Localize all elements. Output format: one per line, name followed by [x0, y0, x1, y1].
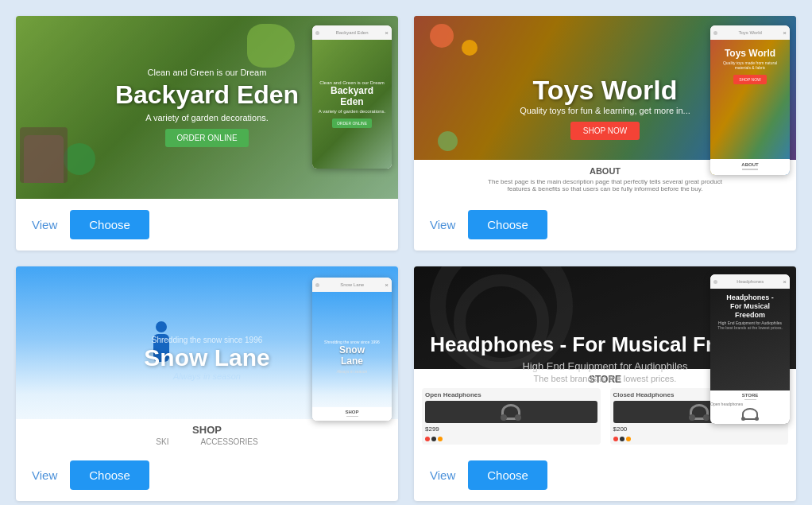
mobile-toys-sub: Quality toys made from naturalmaterials … [723, 60, 777, 70]
mobile-dot-1 [315, 31, 319, 35]
backyard-small-label: Clean and Green is our Dream [115, 68, 299, 77]
snow-mobile-shop: SHOP [315, 410, 389, 414]
mobile-content-headphones: Headphones -For MusicalFreedom High End … [710, 289, 790, 424]
store-cat-open-price: $299 [425, 425, 597, 433]
mobile-content-toys: Toys World Quality toys made from natura… [710, 40, 790, 175]
mobile-url-snow: Snow Lane [322, 282, 382, 287]
mobile-headphones-tag: The best brands at the lowest prices. [717, 325, 783, 330]
snow-mobile-divider [346, 416, 358, 417]
decor-plant-1 [64, 143, 95, 175]
store-cat-open-label: Open Headphones [425, 391, 597, 398]
headphones-view-button[interactable]: View [430, 468, 455, 482]
mobile-backyard-sub: A variety of garden decorations. [319, 109, 385, 114]
mobile-about-section: ABOUT [710, 159, 790, 175]
mobile-content-backyard: Clean and Green is our Dream BackyardEde… [312, 40, 392, 169]
headphones-mobile-preview: Headphones × Headphones -For MusicalFree… [710, 274, 790, 424]
mobile-dot-snow [315, 283, 319, 287]
template-grid: Clean and Green is our Dream Backyard Ed… [16, 16, 796, 501]
snow-actions: View Choose [16, 449, 398, 501]
mobile-backyard-title: BackyardEden [319, 85, 385, 108]
mobile-store-label: STORE [710, 393, 790, 398]
mobile-store-divider [744, 399, 756, 400]
backyard-mobile-preview: Backyard Eden × Clean and Green is our D… [312, 25, 392, 169]
snow-small-text: Shredding the snow since 1996 [144, 336, 269, 344]
toys-mobile-preview: Toys World × Toys World Quality toys mad… [710, 25, 790, 175]
store-cat-open: Open Headphones $299 [422, 388, 601, 445]
snow-shop-categories: SKI ACCESSORIES [156, 437, 257, 446]
mobile-dot-head [713, 280, 717, 284]
headphones-actions: View Choose [414, 449, 796, 501]
mobile-close-snow: × [385, 282, 389, 289]
mobile-backyard-small: Clean and Green is our Dream [319, 80, 385, 85]
snow-cat-accessories: ACCESSORIES [200, 437, 257, 446]
card-headphones: Headphones - For Musical Freedom High En… [414, 266, 796, 501]
mobile-headphones-text: Headphones -For MusicalFreedom High End … [717, 293, 783, 330]
color-dot-orange-2 [626, 437, 631, 441]
mobile-header-backyard: Backyard Eden × [312, 25, 392, 40]
mobile-toys-title: Toys World [723, 48, 777, 59]
toys-cta-button[interactable]: SHOP NOW [570, 122, 640, 140]
mini-cup-r [755, 417, 759, 421]
backyard-choose-button[interactable]: Choose [70, 210, 149, 239]
store-cat-open-colors [425, 437, 597, 441]
headphones-choose-button[interactable]: Choose [468, 460, 547, 490]
snow-text-block: Shredding the snow since 1996 Snow Lane … [144, 336, 269, 381]
mobile-dot-toys [713, 31, 717, 35]
ear-cup-closed-left [689, 414, 695, 421]
color-dot-red-2 [613, 437, 618, 441]
backyard-view-button[interactable]: View [32, 218, 57, 231]
toys-title: Toys World [520, 75, 690, 106]
snow-mobile-preview: Snow Lane × Shredding the snow since 199… [312, 278, 392, 421]
mini-cup-l [741, 417, 745, 421]
toy-circle-3 [438, 131, 458, 151]
card-snow-lane: Shredding the snow since 1996 Snow Lane … [16, 266, 398, 501]
mobile-header-toys: Toys World × [710, 25, 790, 40]
toys-sub: Quality toys for fun & learning, get mor… [520, 106, 690, 115]
decor-bush [247, 24, 295, 68]
store-cat-closed-price: $200 [613, 425, 786, 433]
snow-shop-label: SHOP [192, 424, 222, 436]
mobile-toys-text: Toys World Quality toys made from natura… [721, 43, 779, 89]
mobile-url-bar: Backyard Eden [322, 30, 382, 35]
snow-title: Snow Lane [144, 344, 269, 371]
snow-cat-ski: SKI [156, 437, 168, 446]
backyard-text-block: Clean and Green is our Dream Backyard Ed… [115, 68, 299, 147]
card-preview-toys: Toys World Quality toys for fun & learni… [414, 16, 796, 199]
snow-choose-button[interactable]: Choose [70, 460, 149, 490]
card-backyard-eden: Clean and Green is our Dream Backyard Ed… [16, 16, 398, 251]
snow-tagline: Always in season [144, 371, 269, 381]
toys-actions: View Choose [414, 199, 796, 251]
color-dot-black [431, 437, 436, 441]
snow-mobile-title: SnowLane [312, 344, 392, 367]
mobile-about-label: ABOUT [710, 162, 790, 167]
card-toys-world: Toys World Quality toys for fun & learni… [414, 16, 796, 251]
card-preview-backyard: Clean and Green is our Dream Backyard Ed… [16, 16, 398, 199]
mobile-backyard-cta[interactable]: ORDER ONLINE [332, 118, 372, 128]
backyard-actions: View Choose [16, 199, 398, 251]
snow-view-button[interactable]: View [32, 468, 57, 482]
ear-cup-closed-right [703, 414, 710, 421]
mobile-headphone-icon [742, 408, 758, 420]
mobile-close-toys: × [783, 29, 787, 37]
backyard-cta-button[interactable]: ORDER ONLINE [165, 129, 248, 147]
toys-view-button[interactable]: View [430, 218, 455, 231]
headphone-icon-open [501, 404, 520, 420]
snow-mobile-tagline: Always in season [312, 368, 392, 373]
mobile-url-head: Headphones [720, 279, 780, 284]
snow-mobile-text: Shredding the snow since 1996 SnowLane A… [312, 340, 392, 374]
decor-furniture [20, 127, 68, 183]
backyard-sub: A variety of garden decorations. [115, 113, 299, 122]
mobile-url-toys: Toys World [720, 30, 780, 35]
store-cat-open-image [425, 401, 597, 423]
toys-about-text: The best page is the main description pa… [420, 178, 790, 192]
ear-cup-right [515, 414, 521, 421]
mobile-headphones-title: Headphones -For MusicalFreedom [717, 293, 783, 319]
mobile-close: × [385, 29, 389, 37]
mobile-backyard-text: Clean and Green is our Dream BackyardEde… [315, 77, 389, 132]
mobile-header-headphones: Headphones × [710, 274, 790, 289]
mobile-toys-cta[interactable]: SHOP NOW [733, 75, 767, 84]
card-preview-snow: Shredding the snow since 1996 Snow Lane … [16, 266, 398, 449]
mobile-store-open: Open headphones [710, 402, 790, 406]
card-preview-headphones: Headphones - For Musical Freedom High En… [414, 266, 796, 449]
toys-choose-button[interactable]: Choose [468, 210, 547, 239]
